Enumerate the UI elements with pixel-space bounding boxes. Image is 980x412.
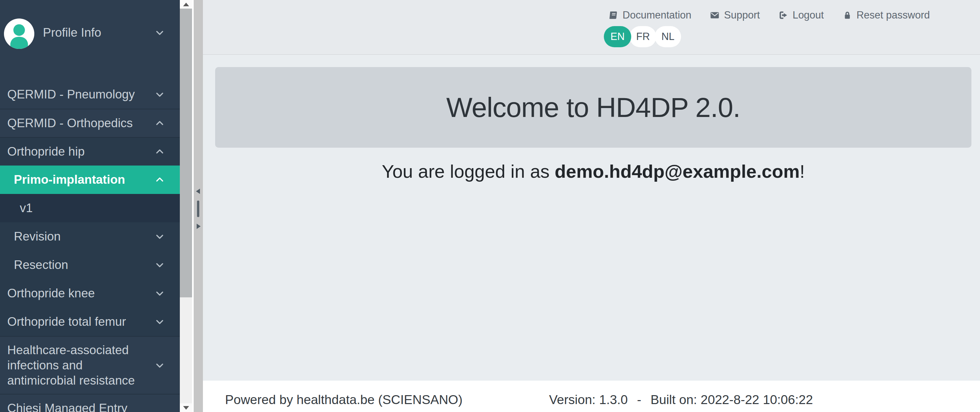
page-title: Welcome to HD4DP 2.0. [447,91,740,124]
nav-label: QERMID - Orthopedics [7,116,133,131]
scroll-up-button[interactable] [180,0,192,9]
chevron-up-icon [155,147,165,156]
sidebar-splitter[interactable] [193,0,203,412]
chevron-down-icon [155,317,165,327]
reset-password-link[interactable]: Reset password [842,9,930,21]
welcome-banner: Welcome to HD4DP 2.0. [215,67,971,148]
collapse-left-icon[interactable] [196,188,200,194]
link-label: Documentation [623,9,692,21]
nav-label: Primo-implantation [14,172,125,187]
sidebar-item-revision[interactable]: Revision [0,222,180,251]
scrollbar-thumb[interactable] [180,9,192,297]
link-label: Reset password [857,9,930,21]
built-on-text: Built on: 2022-8-22 10:06:22 [651,393,813,407]
topbar: Documentation Support Logout [203,0,980,55]
chevron-down-icon [155,89,165,99]
collapse-right-icon[interactable] [197,224,200,229]
chevron-up-icon [155,175,165,185]
nav-label: Orthopride knee [7,286,95,301]
login-status-line: You are logged in as demo.hd4dp@example.… [215,161,971,182]
nav-label: Orthopride total femur [7,314,126,329]
login-prefix: You are logged in as [382,161,555,182]
scroll-down-button[interactable] [180,403,192,412]
language-label: FR [636,31,650,43]
login-suffix: ! [800,161,805,182]
sidebar-nav: QERMID - Pneumology QERMID - Orthopedics… [0,80,180,412]
language-pill-fr[interactable]: FR [630,26,656,47]
envelope-icon [710,10,720,20]
sidebar-item-chiesi-managed-entry[interactable]: Chiesi Managed Entry [0,394,180,412]
logout-link[interactable]: Logout [778,9,824,21]
sidebar-item-orthopride-knee[interactable]: Orthopride knee [0,279,180,308]
login-email: demo.hd4dp@example.com [555,161,800,182]
version-separator: - [637,393,641,407]
language-pill-nl[interactable]: NL [655,26,681,47]
sidebar-item-orthopride-total-femur[interactable]: Orthopride total femur [0,308,180,336]
nav-label: Chiesi Managed Entry [7,401,127,412]
nav-label: v1 [20,201,33,216]
chevron-down-icon [155,288,165,299]
chevron-down-icon [155,361,165,370]
nav-label: Revision [14,229,61,244]
chevron-down-icon [155,232,165,241]
header-links: Documentation Support Logout [608,9,930,21]
nav-label: Resection [14,257,68,273]
support-link[interactable]: Support [710,9,760,21]
nav-label: QERMID - Pneumology [7,87,135,102]
sidebar-item-orthopride-hip[interactable]: Orthopride hip [0,137,180,166]
splitter-grip[interactable] [197,201,199,217]
avatar [4,19,34,49]
book-icon [608,10,618,20]
chevron-up-icon [155,118,165,128]
powered-by-text: Powered by healthdata.be (SCIENSANO) [225,393,463,407]
footer: Powered by healthdata.be (SCIENSANO) Ver… [203,381,980,412]
sidebar-item-qermid-orthopedics[interactable]: QERMID - Orthopedics [0,109,180,137]
sidebar-item-resection[interactable]: Resection [0,251,180,279]
sidebar-scrollbar[interactable] [180,0,193,412]
nav-label: Orthopride hip [7,144,84,159]
version-info: Version: 1.3.0 - Built on: 2022-8-22 10:… [549,393,813,407]
main-content: Documentation Support Logout [203,0,980,412]
triangle-up-icon [183,3,189,6]
sidebar: Profile Info QERMID - Pneumology QERMID … [0,0,180,412]
chevron-down-icon [155,260,165,270]
sidebar-item-qermid-pneumology[interactable]: QERMID - Pneumology [0,80,180,109]
triangle-down-icon [183,406,189,410]
version-text: Version: 1.3.0 [549,393,628,407]
language-label: EN [611,31,625,43]
documentation-link[interactable]: Documentation [608,9,692,21]
sidebar-item-primo-implantation[interactable]: Primo-implantation [0,166,180,194]
lock-icon [842,10,852,20]
chevron-down-icon [155,28,165,38]
nav-label: Healthcare-associated infections and ant… [7,343,147,388]
link-label: Logout [792,9,824,21]
profile-info-label: Profile Info [43,26,101,40]
sidebar-item-v1[interactable]: v1 [0,194,180,222]
logout-icon [778,10,788,20]
language-label: NL [661,31,675,43]
language-pill-en[interactable]: EN [604,26,631,47]
sidebar-item-profile-info[interactable]: Profile Info [0,0,180,80]
sidebar-item-healthcare-associated-infections[interactable]: Healthcare-associated infections and ant… [0,336,180,394]
language-switcher: EN FR NL [606,26,681,47]
link-label: Support [724,9,760,21]
hd4dp-app: Profile Info QERMID - Pneumology QERMID … [0,0,980,412]
